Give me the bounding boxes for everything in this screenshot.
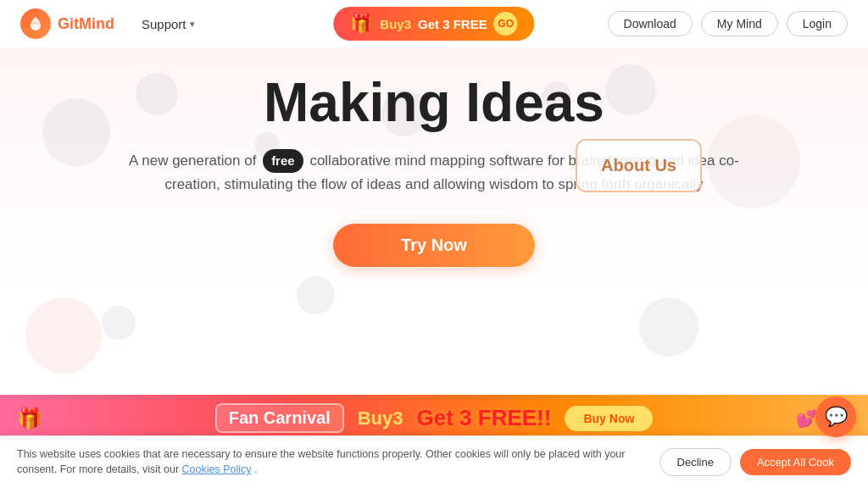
bubble-9 bbox=[297, 276, 335, 314]
chat-bubble-button[interactable]: 💬 bbox=[815, 396, 856, 437]
carnival-deco-right: 💕 bbox=[796, 408, 817, 429]
promo-go-button[interactable]: GO bbox=[494, 12, 518, 36]
navbar: GitMind Support ▾ 🎁 Buy3 Get 3 FREE GO D… bbox=[0, 0, 868, 47]
buy3-highlight: Buy3 bbox=[358, 408, 403, 429]
download-button[interactable]: Download bbox=[608, 11, 693, 36]
about-us-card[interactable]: About Us bbox=[576, 139, 702, 192]
logo[interactable]: GitMind bbox=[20, 8, 114, 39]
cookie-text: This website uses cookies that are neces… bbox=[17, 446, 646, 479]
login-button[interactable]: Login bbox=[787, 11, 848, 36]
support-button[interactable]: Support ▾ bbox=[142, 17, 195, 31]
promo-free-label: Get 3 FREE bbox=[418, 17, 487, 31]
hero-title: Making Ideas bbox=[103, 73, 765, 132]
decline-button[interactable]: Decline bbox=[659, 448, 732, 476]
chevron-down-icon: ▾ bbox=[190, 19, 195, 30]
bubble-6 bbox=[639, 297, 698, 357]
hero-section: About Us Making Ideas A new generation o… bbox=[0, 47, 868, 441]
cookies-policy-link[interactable]: Cookies Policy bbox=[182, 463, 252, 475]
buy-now-button[interactable]: Buy Now bbox=[565, 406, 653, 431]
accept-all-cookies-button[interactable]: Accept All Cook bbox=[740, 449, 851, 475]
subtitle-before: A new generation of bbox=[129, 152, 256, 169]
bubble-5 bbox=[102, 306, 136, 340]
bubble-10 bbox=[25, 297, 102, 374]
navbar-right: Download My Mind Login bbox=[608, 11, 848, 36]
fan-carnival-label: Fan Carnival bbox=[215, 403, 344, 433]
about-us-label: About Us bbox=[601, 156, 676, 175]
navbar-center: 🎁 Buy3 Get 3 FREE GO bbox=[333, 7, 534, 41]
buy3-label: Buy3 bbox=[358, 408, 403, 430]
chat-icon: 💬 bbox=[825, 406, 848, 428]
get3free-label: Get 3 FREE!! bbox=[417, 405, 552, 431]
logo-icon bbox=[20, 8, 51, 39]
logo-text: GitMind bbox=[58, 15, 114, 33]
mymind-button[interactable]: My Mind bbox=[701, 11, 778, 36]
free-badge: free bbox=[263, 149, 303, 173]
bubble-1 bbox=[42, 98, 110, 166]
carnival-deco-left: 🎁 bbox=[17, 407, 42, 430]
cookie-actions: Decline Accept All Cook bbox=[659, 448, 851, 476]
promo-banner[interactable]: 🎁 Buy3 Get 3 FREE GO bbox=[333, 7, 534, 41]
try-now-button[interactable]: Try Now bbox=[333, 224, 535, 267]
navbar-left: GitMind Support ▾ bbox=[20, 8, 195, 39]
cookie-bar: This website uses cookies that are neces… bbox=[0, 435, 868, 489]
support-label: Support bbox=[142, 17, 186, 31]
promo-buy-label: Buy3 bbox=[380, 17, 411, 31]
